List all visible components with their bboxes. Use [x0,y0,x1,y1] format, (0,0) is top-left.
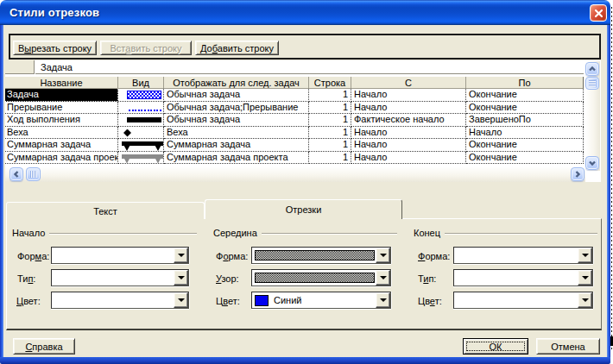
window-title: Стили отрезков [9,6,99,19]
cell-row[interactable]: 1 [309,139,351,152]
vertical-scroll-thumb[interactable] [585,77,599,90]
chevron-left-icon [12,170,21,179]
middle-pattern-combobox[interactable] [251,269,391,286]
table-row[interactable]: Ход выполнения Обычная задача 1 Фактичес… [5,114,584,127]
bar-pattern-preview [255,273,375,283]
horizontal-scrollbar[interactable] [5,166,585,182]
cell-from[interactable]: Фактическое начало [351,114,466,127]
middle-color-dropdown-button[interactable] [376,292,390,308]
scroll-right-button[interactable] [571,167,585,181]
cell-to[interactable]: Окончание [466,89,584,102]
cell-name[interactable]: Суммарная задача проек [5,152,118,165]
cell-to[interactable]: Окончание [466,102,584,115]
end-shape-combobox[interactable] [453,247,593,264]
start-type-combobox[interactable] [51,269,189,286]
end-color-combobox[interactable] [453,292,593,309]
scroll-down-button[interactable] [585,156,599,170]
cell-appearance[interactable] [118,114,164,127]
start-color-combobox[interactable] [51,292,189,309]
bar-shape-preview [255,250,375,260]
end-type-dropdown-button[interactable] [578,270,592,286]
cell-row[interactable]: 1 [309,102,351,115]
cell-from[interactable]: Начало [351,89,466,102]
middle-pattern-dropdown-button[interactable] [376,270,390,286]
header-name[interactable]: Название [5,77,118,89]
cell-row[interactable]: 1 [309,127,351,140]
gray-summary-bar [122,154,163,164]
header-from[interactable]: С [351,77,466,89]
middle-shape-combobox[interactable] [251,247,391,264]
cell-row[interactable]: 1 [309,114,351,127]
end-type-combobox[interactable] [453,269,593,286]
help-button[interactable]: Справка [13,338,75,355]
entry-bar-field[interactable]: Задача [35,60,584,74]
header-show-for[interactable]: Отображать для след. задач [164,77,309,89]
cell-from[interactable]: Начало [351,127,466,140]
cell-show-for[interactable]: Обычная задача;Прерывание [164,102,309,115]
cell-row[interactable]: 1 [309,152,351,165]
ok-button[interactable]: ОК [463,338,528,355]
dropdown-arrow-icon [178,276,185,279]
cell-show-for[interactable]: Обычная задача [164,114,309,127]
title-bar[interactable]: Стили отрезков [0,0,610,25]
insert-row-button[interactable]: Вставить строку [100,41,192,55]
middle-shape-dropdown-button[interactable] [376,248,390,263]
cell-appearance[interactable] [118,139,164,152]
dropdown-arrow-icon [582,254,589,257]
cell-from[interactable]: Начало [351,102,466,115]
table-row[interactable]: Веха Веха 1 Начало Начало [5,127,584,140]
cell-name[interactable]: Суммарная задача [5,139,118,152]
group-start-rule [49,233,197,234]
end-color-dropdown-button[interactable] [578,292,592,308]
table-row[interactable]: Прерывание Обычная задача;Прерывание 1 Н… [5,102,584,115]
cell-to[interactable]: Начало [466,127,584,140]
tab-text-label: Текст [93,206,117,217]
cell-to[interactable]: Окончание [466,152,584,165]
cell-name[interactable]: Прерывание [5,102,118,115]
cell-appearance[interactable] [118,89,164,102]
header-row[interactable]: Строка [309,77,351,89]
cell-name[interactable]: Ход выполнения [5,114,118,127]
end-shape-dropdown-button[interactable] [578,248,592,263]
add-row-button[interactable]: Добавить строку [195,41,279,55]
table-row[interactable]: Суммарная задача проек Суммарная задача … [5,152,584,165]
blue-hatched-bar [127,91,161,99]
table-row[interactable]: Задача Обычная задача 1 Начало Окончание [5,89,584,102]
cancel-button[interactable]: Отмена [536,338,600,355]
bar-styles-table: Задача Название Вид Отображать для след.… [5,60,601,182]
tab-bars[interactable]: Отрезки [205,199,402,219]
middle-color-combobox[interactable]: Синий [251,292,391,309]
start-type-label: Тип: [17,273,35,284]
header-to[interactable]: По [466,77,584,89]
entry-bar-stub [5,60,35,74]
cell-show-for[interactable]: Суммарная задача [164,139,309,152]
vertical-scrollbar[interactable] [585,61,600,171]
start-type-dropdown-button[interactable] [174,270,188,286]
start-shape-dropdown-button[interactable] [174,248,188,263]
cell-appearance[interactable] [118,152,164,165]
cell-to[interactable]: ЗавершеноПо [466,114,584,127]
cell-appearance[interactable] [118,102,164,115]
table-row[interactable]: Суммарная задача Суммарная задача 1 Нача… [5,139,584,152]
cell-show-for[interactable]: Суммарная задача проекта [164,152,309,165]
cell-name-selected[interactable]: Задача [5,89,118,102]
cell-from[interactable]: Начало [351,139,466,152]
start-color-dropdown-button[interactable] [174,292,188,308]
cell-row[interactable]: 1 [309,89,351,102]
close-button[interactable] [590,4,607,22]
header-appearance[interactable]: Вид [118,77,164,89]
chevron-down-icon [588,159,597,167]
start-shape-combobox[interactable] [51,247,189,264]
cut-row-button[interactable]: Вырезать строку [13,41,97,55]
scroll-up-button[interactable] [585,62,599,76]
horizontal-scroll-thumb[interactable] [26,167,41,181]
row-buttons-frame [9,34,601,60]
cell-appearance[interactable] [118,127,164,140]
cell-from[interactable]: Начало [351,152,466,165]
cell-name[interactable]: Веха [5,127,118,140]
cell-show-for[interactable]: Веха [164,127,309,140]
cell-show-for[interactable]: Обычная задача [164,89,309,102]
tab-text[interactable]: Текст [6,202,205,219]
cell-to[interactable]: Окончание [466,139,584,152]
scroll-left-button[interactable] [9,167,23,181]
